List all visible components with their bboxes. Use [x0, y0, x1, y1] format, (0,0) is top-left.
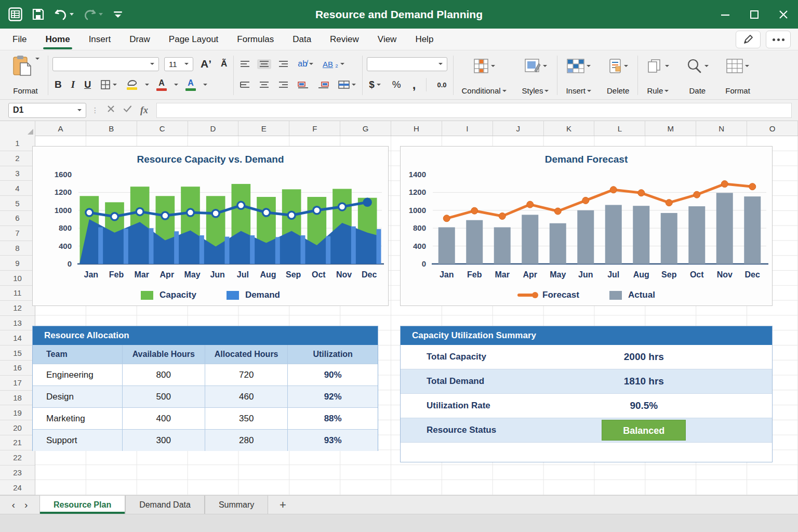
- add-sheet-button[interactable]: +: [268, 496, 297, 514]
- column-header-O[interactable]: O: [747, 121, 798, 136]
- row-header-15[interactable]: 15: [0, 345, 35, 361]
- select-all-corner[interactable]: [0, 121, 35, 136]
- comma-style-button[interactable]: ,: [410, 76, 418, 93]
- format-cells-button[interactable]: Format: [721, 54, 754, 96]
- column-header-E[interactable]: E: [238, 121, 289, 136]
- sheet-tab-demand-data[interactable]: Demand Data: [125, 496, 205, 514]
- font-name-select[interactable]: [52, 57, 159, 71]
- menu-item-insert[interactable]: Insert: [89, 29, 111, 50]
- row-header-11[interactable]: 11: [0, 286, 35, 301]
- column-header-D[interactable]: D: [188, 121, 239, 136]
- row-header-14[interactable]: 14: [0, 330, 35, 345]
- row-header-9[interactable]: 9: [0, 256, 35, 271]
- status-badge[interactable]: Balanced: [602, 420, 686, 441]
- fill-color-dropdown-icon[interactable]: [203, 84, 207, 86]
- row-header-17[interactable]: 17: [0, 376, 35, 391]
- cell-styles-button[interactable]: Styles: [518, 54, 553, 96]
- row-header-12[interactable]: 12: [0, 301, 35, 316]
- column-header-F[interactable]: F: [289, 121, 340, 136]
- menu-item-file[interactable]: File: [12, 29, 26, 50]
- allocation-cell[interactable]: 90%: [288, 364, 378, 385]
- decrease-font-button[interactable]: Ã: [219, 58, 229, 70]
- allocation-cell[interactable]: 88%: [288, 408, 378, 429]
- insert-cells-button[interactable]: Insert: [562, 54, 595, 96]
- format-paste-dropdown-icon[interactable]: [35, 58, 39, 60]
- decimal-button[interactable]: 0.0: [435, 80, 448, 90]
- allocation-cell[interactable]: 720: [205, 364, 288, 385]
- column-header-L[interactable]: L: [594, 121, 645, 136]
- font-color-button[interactable]: A: [154, 78, 169, 92]
- conditional-formatting-button[interactable]: Conditional: [458, 54, 511, 96]
- sheet-tab-summary[interactable]: Summary: [205, 496, 268, 514]
- column-header-K[interactable]: K: [544, 121, 595, 136]
- row-header-18[interactable]: 18: [0, 391, 35, 406]
- menu-item-home[interactable]: Home: [45, 29, 70, 50]
- confirm-entry-icon[interactable]: [123, 105, 132, 115]
- row-header-20[interactable]: 20: [0, 420, 35, 435]
- allocation-cell[interactable]: 300: [123, 430, 205, 451]
- allocation-cell[interactable]: 460: [205, 386, 288, 407]
- allocation-cell[interactable]: 350: [205, 408, 288, 429]
- row-header-8[interactable]: 8: [0, 241, 35, 256]
- align-center-button[interactable]: [257, 80, 271, 90]
- row-header-1[interactable]: 1: [0, 136, 35, 151]
- row-header-13[interactable]: 13: [0, 316, 35, 331]
- insert-function-icon[interactable]: fx: [140, 105, 148, 116]
- column-header-I[interactable]: I: [442, 121, 493, 136]
- formula-input[interactable]: [156, 103, 792, 118]
- row-header-5[interactable]: 5: [0, 196, 35, 211]
- ribbon-options-icon[interactable]: [112, 9, 124, 20]
- row-header-23[interactable]: 23: [0, 466, 35, 481]
- allocation-cell[interactable]: 400: [123, 408, 205, 429]
- row-header-10[interactable]: 10: [0, 271, 35, 286]
- row-header-24[interactable]: 24: [0, 480, 35, 495]
- menu-item-draw[interactable]: Draw: [129, 29, 150, 50]
- sheet-tab-resource-plan[interactable]: Resource Plan: [39, 496, 125, 514]
- menu-item-help[interactable]: Help: [415, 29, 433, 50]
- row-header-2[interactable]: 2: [0, 151, 35, 166]
- menu-item-data[interactable]: Data: [292, 29, 311, 50]
- fill-color-button[interactable]: A: [183, 78, 198, 92]
- resource-allocation-table[interactable]: Resource Allocation TeamAvailable HoursA…: [32, 326, 378, 451]
- align-left-button[interactable]: [238, 80, 252, 90]
- allocation-cell[interactable]: Support: [33, 430, 123, 451]
- bold-button[interactable]: B: [52, 78, 64, 91]
- save-icon[interactable]: [32, 8, 45, 21]
- prev-sheet-icon[interactable]: ‹: [12, 499, 15, 511]
- row-header-4[interactable]: 4: [0, 181, 35, 196]
- capacity-utilization-summary[interactable]: Capacity Utilization Summary Total Capac…: [400, 326, 773, 462]
- delete-cells-button[interactable]: Delete: [603, 54, 633, 96]
- align-right-button[interactable]: [276, 80, 290, 90]
- orientation-button[interactable]: ab̸: [296, 58, 315, 70]
- allocation-cell[interactable]: 500: [123, 386, 205, 407]
- allocation-cell[interactable]: Marketing: [33, 408, 123, 429]
- undo-icon[interactable]: [54, 8, 74, 21]
- align-bottom-button[interactable]: [276, 59, 290, 69]
- edit-pen-button[interactable]: [736, 31, 761, 48]
- name-box[interactable]: D1: [8, 103, 86, 118]
- row-header-3[interactable]: 3: [0, 166, 35, 181]
- column-header-N[interactable]: N: [696, 121, 747, 136]
- allocation-cell[interactable]: Design: [33, 386, 123, 407]
- row-header-7[interactable]: 7: [0, 226, 35, 241]
- column-header-G[interactable]: G: [340, 121, 391, 136]
- undo-dropdown-icon[interactable]: [70, 13, 74, 16]
- decrease-indent-button[interactable]: [296, 80, 311, 90]
- underline-button[interactable]: U: [82, 78, 93, 91]
- font-size-select[interactable]: 11: [164, 57, 193, 71]
- menu-item-page-layout[interactable]: Page Layout: [169, 29, 218, 50]
- column-header-H[interactable]: H: [391, 121, 442, 136]
- column-header-C[interactable]: C: [137, 121, 188, 136]
- row-header-6[interactable]: 6: [0, 211, 35, 226]
- percent-button[interactable]: %: [390, 78, 403, 91]
- column-header-A[interactable]: A: [35, 121, 86, 136]
- menu-item-review[interactable]: Review: [330, 29, 359, 50]
- align-middle-button[interactable]: [257, 59, 271, 69]
- cancel-entry-icon[interactable]: [107, 105, 115, 115]
- rule-button[interactable]: Rule: [642, 54, 673, 96]
- row-header-22[interactable]: 22: [0, 450, 35, 466]
- currency-button[interactable]: $: [367, 78, 383, 91]
- minimize-icon[interactable]: [711, 0, 740, 29]
- row-header-19[interactable]: 19: [0, 405, 35, 420]
- number-format-select[interactable]: [367, 57, 447, 71]
